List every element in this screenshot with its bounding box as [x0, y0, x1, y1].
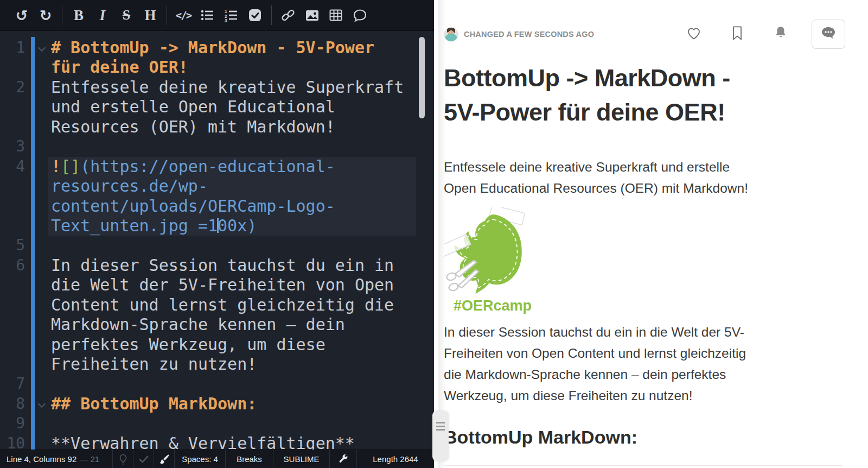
- wrench-icon: [339, 454, 348, 464]
- line-number: 9: [0, 414, 25, 433]
- line-number: 4: [0, 157, 25, 176]
- ordered-list-button[interactable]: 123: [219, 4, 243, 26]
- keymap-setting-label: SUBLIME: [284, 454, 320, 464]
- code-row[interactable]: perfektes Werkzeug, um diese: [0, 335, 434, 355]
- code-line-text: Freiheiten zu nutzen!: [51, 355, 257, 374]
- code-row[interactable]: Freiheiten zu nutzen!: [0, 355, 434, 374]
- comment-button[interactable]: [348, 4, 372, 26]
- comments-panel-button[interactable]: [812, 20, 845, 49]
- code-line-text: resources.de/wp-: [51, 176, 208, 196]
- editor-pane: ↺ ↻ B I S H </> 123: [0, 0, 434, 468]
- ordered-list-icon: 123: [224, 8, 238, 22]
- strikethrough-button[interactable]: S: [114, 4, 138, 26]
- pane-resize-handle[interactable]: [432, 411, 449, 461]
- keymap-setting[interactable]: SUBLIME: [273, 450, 330, 468]
- code-line-text: **Verwahren & Vervielfältigen**: [51, 434, 355, 450]
- code-line-text: die Welt der 5V-Freiheiten von Open: [51, 275, 394, 295]
- code-row[interactable]: und erstelle Open Educational: [0, 97, 434, 117]
- image-icon: [305, 8, 320, 23]
- cursor-position-extra: — 21: [80, 454, 99, 464]
- indent-setting[interactable]: Spaces: 4: [175, 450, 226, 468]
- checklist-icon: [248, 8, 262, 22]
- line-number: 6: [0, 256, 25, 275]
- code-row[interactable]: 1# BottomUp -> MarkDown - 5V-Power: [0, 38, 434, 58]
- like-button[interactable]: [686, 26, 702, 42]
- cursor-position: Line 4, Columns 92 — 21: [0, 450, 113, 468]
- toolbar-group-insert: [271, 5, 376, 25]
- line-number: 1: [0, 38, 25, 58]
- redo-button[interactable]: ↻: [34, 4, 58, 26]
- code-row[interactable]: 4![](https://open-educational-: [0, 157, 434, 176]
- link-button[interactable]: [276, 4, 300, 26]
- code-row[interactable]: Text_unten.jpg =100x): [0, 216, 434, 236]
- code-row[interactable]: Markdown-Sprache kennen – dein: [0, 315, 434, 334]
- code-row[interactable]: 3: [0, 137, 434, 156]
- code-line-text: Resources (OER) mit Markdown!: [51, 117, 335, 137]
- code-line-text: # BottomUp -> MarkDown - 5V-Power: [51, 38, 374, 58]
- line-number: 3: [0, 137, 25, 156]
- bullet-list-button[interactable]: [195, 4, 219, 26]
- code-row[interactable]: 6In dieser Session tauchst du ein in: [0, 256, 434, 275]
- code-row[interactable]: resources.de/wp-: [0, 176, 434, 196]
- code-row[interactable]: die Welt der 5V-Freiheiten von Open: [0, 275, 434, 295]
- code-row[interactable]: Content und lernst gleichzeitig die: [0, 295, 434, 315]
- toolbar-group-blocks: </> 123: [167, 5, 271, 25]
- linebreak-setting[interactable]: Breaks: [226, 450, 273, 468]
- avatar[interactable]: [444, 27, 458, 42]
- indent-setting-label: Spaces: 4: [182, 454, 218, 464]
- table-icon: [329, 8, 343, 22]
- preferences-button[interactable]: [330, 450, 357, 468]
- doc-length-label: Length 2644: [373, 454, 418, 464]
- session-paragraph: In dieser Session tauchst du ein in die …: [444, 321, 840, 406]
- code-line-text: content/uploads/OERCamp-Logo-: [51, 197, 335, 216]
- notifications-button[interactable]: [773, 26, 789, 42]
- code-editor[interactable]: 1# BottomUp -> MarkDown - 5V-Powerfür de…: [0, 31, 434, 450]
- editor-scrollbar[interactable]: [419, 37, 425, 118]
- code-line-text: und erstelle Open Educational: [51, 97, 335, 117]
- bold-button[interactable]: B: [67, 4, 91, 26]
- checklist-button[interactable]: [243, 4, 267, 26]
- fold-chevron-icon[interactable]: [38, 401, 46, 409]
- bookmark-icon: [731, 26, 743, 43]
- image-button[interactable]: [300, 4, 324, 26]
- code-row[interactable]: 10**Verwahren & Vervielfältigen**: [0, 434, 434, 450]
- bullet-list-icon: [200, 8, 214, 22]
- code-row[interactable]: content/uploads/OERCamp-Logo-: [0, 197, 434, 216]
- status-bar: Line 4, Columns 92 — 21 Spaces: 4 Breaks…: [0, 450, 434, 468]
- linebreak-setting-label: Breaks: [237, 454, 262, 464]
- theme-button[interactable]: [154, 450, 175, 468]
- last-changed-label: CHANGED A FEW SECONDS AGO: [464, 30, 594, 39]
- italic-button[interactable]: I: [91, 4, 114, 26]
- code-line-text: Entfessele deine kreative Superkraft: [51, 78, 404, 97]
- code-row[interactable]: 9: [0, 414, 434, 433]
- oercamp-logo: #OERcamp: [444, 207, 536, 314]
- code-row[interactable]: 7: [0, 374, 434, 394]
- heading-button[interactable]: H: [138, 4, 162, 26]
- undo-button[interactable]: ↺: [10, 4, 34, 26]
- hint-button[interactable]: [113, 450, 133, 468]
- link-icon: [281, 8, 295, 22]
- bookmark-button[interactable]: [729, 26, 745, 42]
- paintbrush-icon: [159, 454, 170, 465]
- code-rows[interactable]: 1# BottomUp -> MarkDown - 5V-Powerfür de…: [0, 38, 434, 450]
- code-row[interactable]: für deine OER!: [0, 58, 434, 77]
- doc-length: Length 2644: [357, 450, 434, 468]
- table-button[interactable]: [324, 4, 348, 26]
- code-row[interactable]: 5: [0, 236, 434, 255]
- fold-chevron-icon[interactable]: [38, 45, 46, 53]
- code-row[interactable]: 8## BottomUp MarkDown:: [0, 394, 434, 414]
- section-divider: [444, 465, 843, 466]
- lightbulb-icon: [119, 454, 127, 465]
- code-row[interactable]: 2Entfessele deine kreative Superkraft: [0, 78, 434, 97]
- preview-header: CHANGED A FEW SECONDS AGO: [444, 22, 845, 47]
- chat-bubble-icon: [820, 26, 837, 42]
- line-number: 5: [0, 236, 25, 255]
- line-number: 8: [0, 394, 25, 414]
- toolbar-group-format: B I S H: [62, 5, 167, 25]
- code-row[interactable]: Resources (OER) mit Markdown!: [0, 117, 434, 137]
- code-line-text: Content und lernst gleichzeitig die: [51, 295, 394, 315]
- bell-icon: [774, 26, 788, 43]
- code-button[interactable]: </>: [171, 4, 195, 26]
- spellcheck-button[interactable]: [133, 450, 154, 468]
- code-line-text: ## BottomUp MarkDown:: [51, 394, 257, 414]
